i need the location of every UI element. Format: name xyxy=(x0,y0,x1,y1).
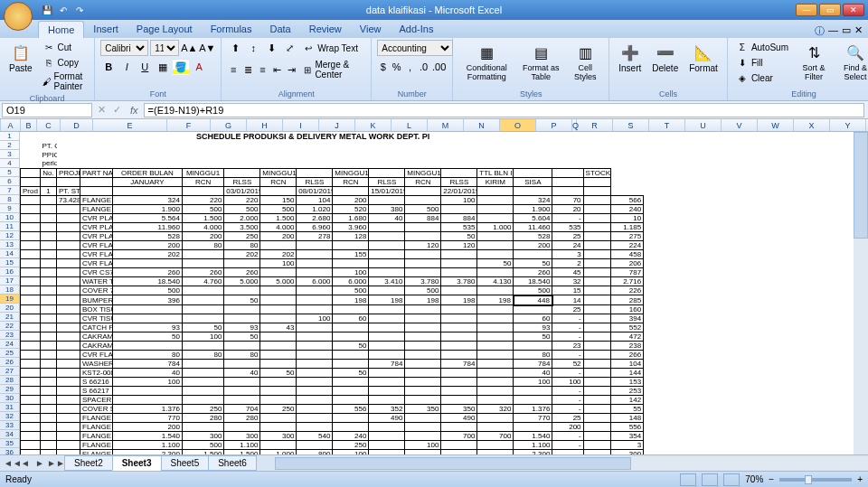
row-header-12[interactable]: 12 xyxy=(0,231,20,240)
col-header-E[interactable]: E xyxy=(93,119,167,131)
close-button[interactable]: ✕ xyxy=(843,4,864,16)
sort-filter-button[interactable]: ⇅Sort & Filter xyxy=(795,40,833,88)
col-header-U[interactable]: U xyxy=(685,119,722,131)
font-size-select[interactable]: 11 xyxy=(150,40,179,56)
wrap-text-button[interactable]: ↩Wrap Text xyxy=(299,41,361,55)
sheet-tab-sheet3[interactable]: Sheet3 xyxy=(112,455,162,471)
indent-dec-icon[interactable]: ⇤ xyxy=(271,61,284,78)
row-header-5[interactable]: 5 xyxy=(0,168,20,177)
formula-input[interactable]: =(E19-N19)+R19 xyxy=(144,103,864,117)
row-header-19[interactable]: 19 xyxy=(0,295,20,304)
row-header-34[interactable]: 34 xyxy=(0,430,20,439)
insert-cells-button[interactable]: ➕Insert xyxy=(615,40,645,88)
qat-undo-icon[interactable]: ↶ xyxy=(56,3,71,17)
percent-icon[interactable]: % xyxy=(391,59,402,75)
tab-nav-first[interactable]: ◄◄ xyxy=(4,458,18,468)
tab-insert[interactable]: Insert xyxy=(84,21,127,38)
col-header-C[interactable]: C xyxy=(37,119,61,131)
zoom-in-icon[interactable]: + xyxy=(857,474,863,484)
indent-inc-icon[interactable]: ⇥ xyxy=(286,61,298,78)
col-header-W[interactable]: W xyxy=(758,119,794,131)
italic-button[interactable]: I xyxy=(118,59,135,75)
find-select-button[interactable]: 🔍Find & Select xyxy=(836,40,868,88)
autosum-button[interactable]: ΣAutoSum xyxy=(733,40,791,54)
fx-icon[interactable]: fx xyxy=(125,105,144,116)
maximize-button[interactable]: ▭ xyxy=(819,4,841,16)
border-button[interactable]: ▦ xyxy=(155,59,171,75)
qat-redo-icon[interactable]: ↷ xyxy=(72,3,87,17)
horizontal-scrollbar[interactable] xyxy=(275,457,868,470)
row-header-11[interactable]: 11 xyxy=(0,222,20,231)
col-header-G[interactable]: G xyxy=(211,119,247,131)
row-header-21[interactable]: 21 xyxy=(0,313,20,322)
doc-restore-icon[interactable]: ▭ xyxy=(842,24,851,38)
align-top-icon[interactable]: ⬆ xyxy=(227,40,243,56)
font-color-button[interactable]: A xyxy=(191,59,207,75)
row-header-24[interactable]: 24 xyxy=(0,340,20,349)
doc-close-icon[interactable]: ✕ xyxy=(854,24,863,38)
col-header-M[interactable]: M xyxy=(428,119,464,131)
row-header-18[interactable]: 18 xyxy=(0,286,20,295)
sheet-tab-sheet6[interactable]: Sheet6 xyxy=(208,455,257,471)
col-header-S[interactable]: S xyxy=(613,119,649,131)
grow-font-icon[interactable]: A▲ xyxy=(181,40,197,56)
cells-area[interactable]: SCHEDULE PRODUKSI & DELIVERY METAL WORK … xyxy=(20,132,868,473)
tab-formulas[interactable]: Formulas xyxy=(202,21,261,38)
row-header-35[interactable]: 35 xyxy=(0,439,20,448)
zoom-level[interactable]: 70% xyxy=(745,474,763,484)
format-table-button[interactable]: ▤Format as Table xyxy=(518,40,563,88)
align-center-icon[interactable]: ≣ xyxy=(241,61,254,78)
hscroll-thumb[interactable] xyxy=(275,457,631,470)
row-header-8[interactable]: 8 xyxy=(0,195,20,204)
cell-styles-button[interactable]: ▥Cell Styles xyxy=(567,40,603,88)
font-name-select[interactable]: Calibri xyxy=(100,40,148,56)
col-header-I[interactable]: I xyxy=(283,119,319,131)
tab-nav-prev[interactable]: ◄ xyxy=(18,458,33,468)
fill-color-button[interactable]: 🪣 xyxy=(173,59,189,75)
row-header-16[interactable]: 16 xyxy=(0,267,20,276)
format-painter-button[interactable]: 🖌Format Painter xyxy=(40,70,90,92)
row-header-25[interactable]: 25 xyxy=(0,349,20,358)
col-header-X[interactable]: X xyxy=(794,119,830,131)
align-right-icon[interactable]: ≡ xyxy=(257,61,269,78)
row-header-7[interactable]: 7 xyxy=(0,186,20,195)
row-header-23[interactable]: 23 xyxy=(0,331,20,340)
qat-save-icon[interactable]: 💾 xyxy=(40,3,54,17)
vscroll-thumb[interactable] xyxy=(854,132,868,239)
col-header-N[interactable]: N xyxy=(464,119,500,131)
col-header-D[interactable]: D xyxy=(61,119,93,131)
cancel-formula-icon[interactable]: ✕ xyxy=(94,104,109,116)
row-header-33[interactable]: 33 xyxy=(0,421,20,430)
cut-button[interactable]: ✂Cut xyxy=(40,40,90,54)
row-header-13[interactable]: 13 xyxy=(0,240,20,249)
orientation-icon[interactable]: ⤢ xyxy=(281,40,297,56)
office-button[interactable] xyxy=(4,2,33,31)
row-header-29[interactable]: 29 xyxy=(0,385,20,394)
tab-review[interactable]: Review xyxy=(300,21,351,38)
format-cells-button[interactable]: 📐Format xyxy=(685,40,722,88)
enter-formula-icon[interactable]: ✓ xyxy=(109,104,125,116)
view-break-icon[interactable] xyxy=(723,473,740,486)
decimal-dec-icon[interactable]: .00 xyxy=(431,59,447,75)
col-header-A[interactable]: A xyxy=(1,119,21,131)
help-icon[interactable]: ⓘ xyxy=(815,24,825,38)
delete-cells-button[interactable]: ➖Delete xyxy=(648,40,682,88)
align-left-icon[interactable]: ≡ xyxy=(227,61,240,78)
row-header-17[interactable]: 17 xyxy=(0,276,20,286)
col-header-B[interactable]: B xyxy=(21,119,37,131)
row-header-1[interactable]: 1 xyxy=(0,132,20,141)
align-middle-icon[interactable]: ↕ xyxy=(245,40,261,56)
row-header-26[interactable]: 26 xyxy=(0,358,20,367)
comma-icon[interactable]: , xyxy=(404,59,416,75)
row-header-30[interactable]: 30 xyxy=(0,394,20,403)
col-header-F[interactable]: F xyxy=(167,119,211,131)
col-header-P[interactable]: P xyxy=(536,119,572,131)
tab-page-layout[interactable]: Page Layout xyxy=(127,21,202,38)
tab-addins[interactable]: Add-Ins xyxy=(390,21,442,38)
row-header-31[interactable]: 31 xyxy=(0,403,20,412)
currency-icon[interactable]: $ xyxy=(377,59,389,75)
col-header-V[interactable]: V xyxy=(722,119,758,131)
conditional-formatting-button[interactable]: ▦Conditional Formatting xyxy=(458,40,514,88)
row-header-14[interactable]: 14 xyxy=(0,249,20,258)
copy-button[interactable]: ⎘Copy xyxy=(40,55,90,70)
